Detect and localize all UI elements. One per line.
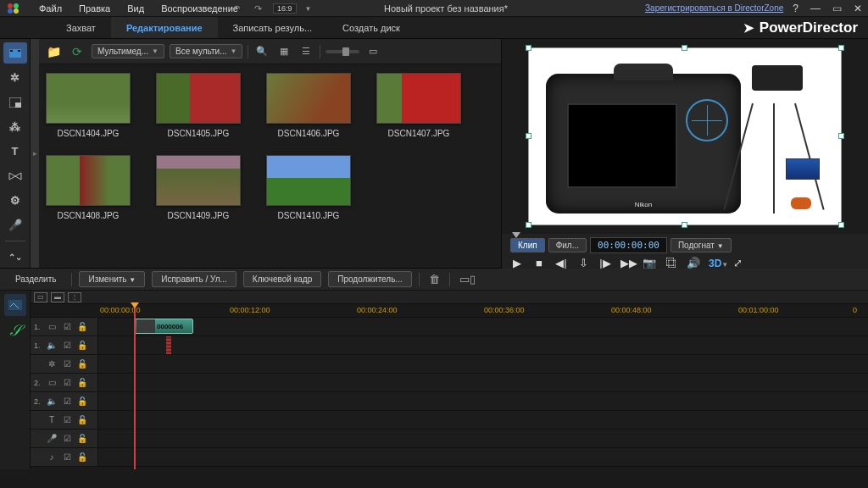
track-video-1[interactable]: 0000006 [98,318,868,336]
track-header-fx[interactable]: ✲☑🔓 [31,355,98,374]
snapshot-icon[interactable]: 📷 [643,257,656,269]
track-header-audio-1[interactable]: 1.🔈☑🔓 [31,336,98,355]
prev-frame-icon[interactable]: ◀| [554,257,568,269]
volume-icon[interactable]: 🔊 [687,257,700,269]
library-filter-dropdown[interactable]: Мультимед...▼ [92,44,164,58]
media-thumb[interactable]: DSCN1404.JPG [46,73,131,138]
visibility-icon[interactable]: ☑ [61,434,73,443]
timeline-svrt-icon[interactable]: 𝒮 [4,319,26,341]
delete-icon[interactable]: 🗑 [426,273,442,286]
track-header-voice[interactable]: 🎤☑🔓 [31,430,98,448]
resize-handle[interactable] [526,133,531,139]
track-audio-2[interactable] [98,392,868,411]
lib-grid-view-icon[interactable]: ▦ [275,44,292,59]
lock-icon[interactable]: 🔓 [76,378,88,387]
split-button[interactable]: Разделить [7,272,64,286]
visibility-icon[interactable]: ☑ [61,378,73,387]
undo-icon[interactable]: ↶ [229,2,242,15]
track-audio-1[interactable] [98,336,868,355]
lib-list-view-icon[interactable]: ☰ [298,44,314,59]
media-thumb[interactable]: DSCN1408.JPG [46,155,131,220]
preview-viewport[interactable]: Nikon [502,39,868,234]
download-media-icon[interactable]: ⟳ [68,43,86,60]
tool-audio-room[interactable]: ⚙ [3,190,27,211]
tl-view-mode-3[interactable]: ⋮ [68,292,81,302]
lib-search-icon[interactable]: 🔍 [253,44,270,59]
playhead[interactable] [134,304,136,469]
resize-handle[interactable] [838,133,844,139]
visibility-icon[interactable]: ☑ [61,359,73,369]
tool-particle-room[interactable]: ⁂ [3,116,27,137]
visibility-icon[interactable]: ☑ [61,415,73,424]
tool-media-room[interactable] [3,42,27,64]
track-fx[interactable] [98,355,868,374]
resize-handle[interactable] [682,45,687,51]
track-header-title[interactable]: T☑🔓 [31,411,98,430]
track-header-audio-2[interactable]: 2.🔈☑🔓 [31,392,98,411]
stop-icon[interactable]: ■ [532,257,546,269]
redo-icon[interactable]: ↷ [251,2,264,15]
menu-edit[interactable]: Правка [70,3,119,14]
tab-produce[interactable]: Записать резуль... [218,17,328,38]
track-voice[interactable] [98,430,868,448]
step-back-icon[interactable]: ⇩ [576,257,590,269]
lock-icon[interactable]: 🔓 [76,415,88,424]
tool-more[interactable]: ⌃⌄ [3,247,27,268]
tab-capture[interactable]: Захват [51,17,111,38]
track-music[interactable] [98,448,868,467]
lock-icon[interactable]: 🔓 [76,396,88,406]
visibility-icon[interactable]: ☑ [61,396,73,406]
media-thumb[interactable]: DSCN1410.JPG [266,155,351,220]
tool-pip-room[interactable] [3,92,27,113]
minimize-icon[interactable]: — [808,3,823,14]
menu-view[interactable]: Вид [119,3,153,14]
3d-toggle[interactable]: 3D▼ [709,258,722,269]
tl-view-mode-2[interactable]: ▬ [51,292,64,302]
lock-icon[interactable]: 🔓 [76,434,88,443]
timeline-overview-icon[interactable] [4,294,26,316]
tool-transition-room[interactable] [3,165,27,186]
fix-enhance-button[interactable]: Исправить / Ул... [152,271,236,287]
tl-view-mode-1[interactable]: ▭ [34,292,47,302]
fast-forward-icon[interactable]: ▶▶ [620,257,634,269]
ripple-marker[interactable] [166,336,171,354]
modify-button[interactable]: Изменить ▼ [79,271,145,287]
display-options-icon[interactable]: ⿻ [665,257,678,269]
resize-handle[interactable] [526,222,531,228]
resize-handle[interactable] [526,45,531,51]
lock-icon[interactable]: 🔓 [76,359,88,369]
duration-button[interactable]: Продолжитель... [328,271,411,287]
directorzone-link[interactable]: Зарегистрироваться в DirectorZone [645,3,783,13]
tab-create-disc[interactable]: Создать диск [327,17,415,38]
tab-edit[interactable]: Редактирование [111,17,218,38]
timeline-ruler[interactable]: 00:00:00:00 00:00:12:00 00:00:24:00 00:0… [31,304,868,318]
menu-file[interactable]: Файл [31,3,70,14]
next-frame-icon[interactable]: |▶ [598,257,612,269]
preview-mode-clip[interactable]: Клип [510,238,545,252]
preview-mode-film[interactable]: Фил... [548,238,587,252]
aspect-ratio-box[interactable]: 16:9 [273,3,297,14]
tool-effect-room[interactable]: ✲ [3,67,27,88]
keyframe-button[interactable]: Ключевой кадр [243,271,321,287]
maximize-icon[interactable]: ▭ [830,3,844,14]
visibility-icon[interactable]: ☑ [61,341,73,350]
more-tools-icon[interactable]: ▭▯ [457,273,478,286]
help-icon[interactable]: ? [790,3,801,14]
library-category-dropdown[interactable]: Все мульти...▼ [170,44,242,58]
resize-handle[interactable] [838,45,844,51]
resize-handle[interactable] [838,222,844,228]
timeline-clip[interactable]: 0000006 [134,319,193,334]
tool-voice-room[interactable]: 🎤 [3,214,27,236]
side-collapse-handle[interactable]: ▸ [31,39,39,268]
thumbnail-zoom-slider[interactable] [326,50,359,53]
lock-icon[interactable]: 🔓 [76,341,88,350]
track-title[interactable] [98,411,868,430]
close-icon[interactable]: ✕ [851,3,865,14]
track-header-video-1[interactable]: 1.▭☑🔓 [31,318,98,336]
track-header-video-2[interactable]: 2.▭☑🔓 [31,374,98,392]
media-thumb[interactable]: DSCN1405.JPG [156,73,241,138]
undock-preview-icon[interactable]: ⤢ [731,257,744,269]
visibility-icon[interactable]: ☑ [61,322,73,331]
lib-detail-icon[interactable]: ▭ [364,44,381,59]
play-icon[interactable]: ▶ [510,257,524,269]
